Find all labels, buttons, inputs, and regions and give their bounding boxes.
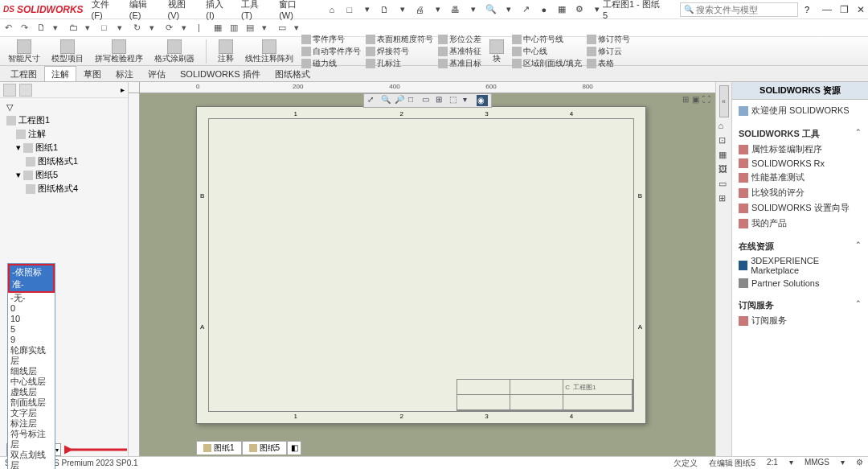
- dropdown-icon[interactable]: ▾: [294, 23, 305, 34]
- gear-icon[interactable]: ⚙: [856, 458, 863, 469]
- dropdown-icon[interactable]: ▾: [262, 23, 273, 34]
- tree-root[interactable]: 工程图1: [3, 113, 125, 127]
- ribbon-balloon[interactable]: 零件序号: [301, 34, 361, 45]
- ribbon-linear-pattern[interactable]: 线性注释阵列: [242, 39, 297, 63]
- dropdown-icon[interactable]: ▾: [182, 23, 193, 34]
- ribbon-tables[interactable]: 表格: [587, 58, 630, 69]
- home-icon[interactable]: ⌂: [326, 4, 338, 15]
- rect-icon[interactable]: ▭: [278, 23, 289, 34]
- ribbon-model-items[interactable]: 模型项目: [48, 39, 87, 63]
- tree-sheet5[interactable]: ▾图纸5: [3, 168, 125, 182]
- online-partner[interactable]: Partner Solutions: [739, 277, 862, 290]
- close-icon[interactable]: ✕: [857, 4, 865, 15]
- tool-my-products[interactable]: 我的产品: [739, 216, 862, 231]
- gear-icon[interactable]: ⚙: [574, 4, 585, 15]
- subscription-service[interactable]: 订阅服务: [739, 313, 862, 328]
- open-icon[interactable]: 🗀: [69, 23, 80, 34]
- tree-sheetformat1[interactable]: 图纸格式1: [3, 154, 125, 168]
- layer-option-text[interactable]: 文字层: [8, 408, 55, 418]
- ribbon-hole-callout[interactable]: 孔标注: [366, 58, 433, 69]
- view-icon[interactable]: ▭: [422, 95, 433, 106]
- view-palette-icon[interactable]: ▭: [719, 179, 730, 190]
- online-heading[interactable]: 在线资源⌃: [739, 237, 862, 254]
- layer-option-5[interactable]: 5: [8, 324, 55, 335]
- hide-icon[interactable]: ⬚: [449, 95, 461, 106]
- display-icon[interactable]: ⊞: [436, 95, 447, 106]
- status-scale[interactable]: 2:1: [767, 458, 778, 469]
- search-icon[interactable]: 🔍: [485, 4, 497, 15]
- save-icon[interactable]: 🖨: [415, 4, 426, 15]
- expand-icon[interactable]: ▾: [16, 142, 21, 153]
- dropdown-icon[interactable]: ▾: [468, 4, 479, 15]
- layer-option-section[interactable]: 剖面线层: [8, 397, 55, 408]
- search-input[interactable]: [696, 5, 794, 14]
- print-icon[interactable]: 🖶: [450, 4, 461, 15]
- layer-option-symbol[interactable]: 符号标注层: [8, 429, 55, 450]
- dropdown-icon[interactable]: ▾: [463, 95, 474, 106]
- status-units[interactable]: MMGS: [805, 458, 829, 469]
- tab-evaluate[interactable]: 评估: [141, 66, 173, 81]
- ribbon-surface-finish[interactable]: 表面粗糙度符号: [366, 34, 433, 45]
- explorer-icon[interactable]: 🖼: [719, 164, 730, 175]
- layer-option-center[interactable]: 中心线层: [8, 376, 55, 387]
- dropdown-icon[interactable]: ▾: [117, 23, 129, 34]
- ribbon-spell-check[interactable]: 拼写检验程序: [92, 39, 146, 63]
- dropdown-icon[interactable]: ▾: [841, 458, 845, 469]
- tool-benchmark[interactable]: 性能基准测试: [739, 170, 862, 185]
- tool-settings-wizard[interactable]: SOLIDWORKS 设置向导: [739, 200, 862, 216]
- dropdown-icon[interactable]: ▾: [85, 23, 96, 34]
- layer-option-outline[interactable]: 轮廓实线层: [8, 345, 55, 366]
- tools-heading[interactable]: SOLIDWORKS 工具⌃: [739, 125, 862, 142]
- layer-option-10[interactable]: 10: [8, 314, 55, 324]
- ribbon-gtol[interactable]: 形位公差: [438, 34, 481, 45]
- grid-icon[interactable]: ▦: [556, 4, 567, 15]
- dropdown-icon[interactable]: ▾: [53, 23, 64, 34]
- appearance-icon[interactable]: ⊞: [719, 193, 730, 204]
- max-icon[interactable]: ▣: [692, 95, 699, 104]
- tab-markup[interactable]: 标注: [108, 66, 141, 81]
- library-icon[interactable]: ▦: [719, 150, 730, 161]
- tool-rx[interactable]: SOLIDWORKS Rx: [739, 157, 862, 170]
- zoom-fit-icon[interactable]: ⤢: [367, 95, 379, 106]
- layer-option-phantom[interactable]: 双点划线层: [8, 450, 55, 469]
- tool-compare-score[interactable]: 比较我的评分: [739, 185, 862, 200]
- dropdown-icon[interactable]: ▾: [592, 4, 603, 15]
- dropdown-icon[interactable]: ▾: [397, 4, 408, 15]
- menu-view[interactable]: 视图(V): [168, 0, 197, 20]
- tab-annotation[interactable]: 注解: [44, 66, 76, 81]
- layer-option-hidden[interactable]: 虚线层: [8, 387, 55, 397]
- view-icon[interactable]: ▦: [214, 23, 225, 34]
- resources-icon[interactable]: ⊡: [719, 135, 730, 146]
- search-box[interactable]: 🔍: [680, 2, 798, 17]
- tree-sheetformat4[interactable]: 图纸格式4: [3, 182, 125, 195]
- layer-option-9[interactable]: 9: [8, 335, 55, 345]
- zoom-out-icon[interactable]: 🔎: [395, 95, 406, 106]
- ribbon-area-hatch[interactable]: 区域剖面线/填充: [512, 58, 582, 69]
- undo-icon[interactable]: ↶: [5, 23, 16, 34]
- menu-file[interactable]: 文件(F): [92, 0, 120, 20]
- dropdown-icon[interactable]: ▾: [503, 4, 514, 15]
- tree-tab-1-icon[interactable]: [3, 84, 16, 97]
- ribbon-datum-feature[interactable]: 基准特征: [438, 46, 481, 57]
- refresh-icon[interactable]: ⟳: [166, 23, 177, 34]
- new-doc-icon[interactable]: 🗋: [37, 23, 48, 34]
- close-icon[interactable]: ⛶: [702, 95, 710, 104]
- view3-icon[interactable]: ▤: [246, 23, 257, 34]
- expand-icon[interactable]: ▾: [16, 170, 21, 180]
- zoom-area-icon[interactable]: □: [408, 95, 420, 106]
- menu-tools[interactable]: 工具(T): [241, 0, 269, 20]
- minimize-icon[interactable]: —: [822, 4, 832, 15]
- maximize-icon[interactable]: ❐: [840, 4, 849, 15]
- layer-option-0[interactable]: 0: [8, 303, 55, 314]
- add-sheet-button[interactable]: ◧: [287, 441, 301, 455]
- arrow-icon[interactable]: ↗: [521, 4, 532, 15]
- ribbon-revision-symbol[interactable]: 修订符号: [587, 34, 630, 45]
- menu-edit[interactable]: 编辑(E): [129, 0, 158, 20]
- layer-option-thin[interactable]: 细线层: [8, 366, 55, 376]
- ribbon-revision-cloud[interactable]: 修订云: [587, 46, 630, 57]
- dropdown-icon[interactable]: ▾: [432, 4, 444, 15]
- help-icon[interactable]: ?: [805, 5, 809, 14]
- menu-insert[interactable]: 插入(I): [206, 0, 231, 20]
- new-icon[interactable]: □: [344, 4, 355, 15]
- ribbon-center-mark[interactable]: 中心符号线: [512, 34, 582, 45]
